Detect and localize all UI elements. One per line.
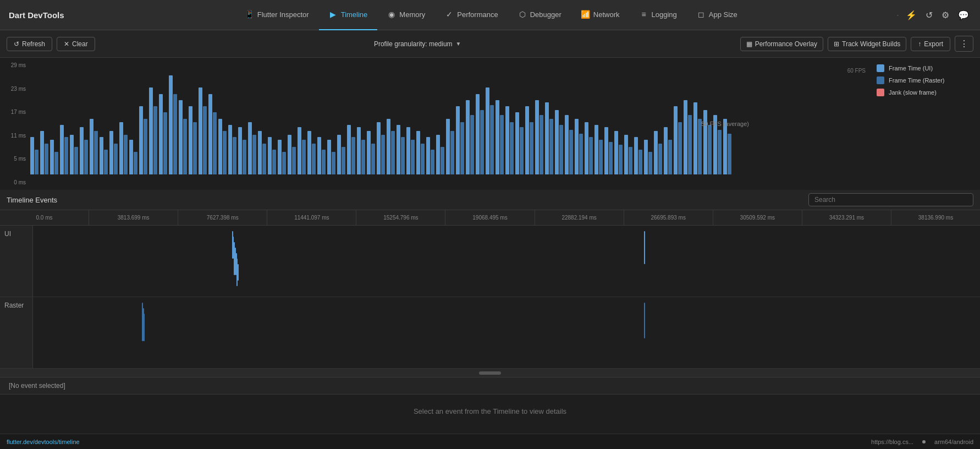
export-button[interactable]: ↑ Export [911, 37, 950, 51]
bar-ui[interactable] [654, 131, 658, 174]
bar-raster[interactable] [668, 140, 672, 174]
bar-ui[interactable] [119, 122, 123, 174]
bar-raster[interactable] [312, 144, 316, 174]
bar-ui[interactable] [129, 140, 133, 174]
bar-ui[interactable] [327, 140, 331, 174]
bar-group[interactable] [119, 122, 128, 174]
bar-ui[interactable] [684, 100, 687, 174]
bar-raster[interactable] [441, 147, 444, 174]
bar-raster[interactable] [262, 144, 266, 174]
bar-ui[interactable] [614, 131, 618, 174]
bar-group[interactable] [476, 94, 484, 174]
bar-raster[interactable] [35, 150, 38, 174]
bar-raster[interactable] [213, 112, 217, 174]
bar-ui[interactable] [139, 106, 143, 174]
bar-group[interactable] [604, 127, 613, 174]
bar-raster[interactable] [124, 135, 128, 174]
bar-raster[interactable] [708, 125, 712, 174]
bar-ui[interactable] [70, 135, 74, 174]
bar-raster[interactable] [411, 140, 415, 174]
bar-group[interactable] [644, 140, 652, 174]
bar-group[interactable] [189, 106, 197, 174]
bar-ui[interactable] [525, 106, 529, 174]
bar-ui[interactable] [307, 131, 311, 174]
bar-ui[interactable] [436, 135, 440, 174]
bar-ui[interactable] [238, 127, 242, 174]
timeline-search-input[interactable] [808, 193, 973, 206]
bar-group[interactable] [159, 94, 167, 174]
bar-group[interactable] [327, 140, 335, 174]
bar-group[interactable] [377, 122, 385, 174]
bar-group[interactable] [40, 131, 48, 174]
bar-group[interactable] [416, 131, 425, 174]
bar-raster[interactable] [728, 134, 731, 174]
feedback-icon[interactable]: 💬 [956, 8, 971, 23]
bar-ui[interactable] [575, 119, 579, 174]
track-ui[interactable]: UI [0, 226, 980, 297]
bar-ui[interactable] [535, 100, 539, 174]
bar-ui[interactable] [90, 119, 93, 174]
bar-ui[interactable] [80, 127, 84, 174]
bar-raster[interactable] [599, 140, 603, 174]
bar-group[interactable] [238, 127, 246, 174]
bar-raster[interactable] [629, 147, 632, 174]
bar-ui[interactable] [505, 106, 509, 174]
bar-raster[interactable] [153, 106, 157, 174]
bar-ui[interactable] [347, 125, 351, 174]
bar-ui[interactable] [634, 137, 638, 174]
bar-group[interactable] [248, 122, 256, 174]
bar-group[interactable] [90, 119, 98, 174]
bar-ui[interactable] [674, 106, 678, 174]
bar-raster[interactable] [638, 150, 642, 174]
bar-ui[interactable] [555, 110, 559, 174]
bar-group[interactable] [614, 131, 623, 174]
bar-ui[interactable] [159, 94, 163, 174]
bar-raster[interactable] [579, 134, 583, 174]
bar-ui[interactable] [426, 137, 430, 174]
bar-group[interactable] [723, 119, 731, 174]
bar-ui[interactable] [416, 131, 420, 174]
bar-raster[interactable] [569, 130, 573, 174]
bar-ui[interactable] [149, 87, 153, 174]
nav-item-timeline[interactable]: ▶Timeline [319, 0, 378, 30]
bar-raster[interactable] [45, 144, 48, 174]
bar-ui[interactable] [367, 131, 371, 174]
bar-ui[interactable] [60, 125, 64, 174]
bar-group[interactable] [545, 102, 553, 174]
bar-raster[interactable] [401, 137, 405, 174]
bar-raster[interactable] [332, 152, 335, 174]
bar-raster[interactable] [282, 152, 286, 174]
bar-group[interactable] [693, 102, 702, 174]
bar-group[interactable] [307, 131, 316, 174]
bar-group[interactable] [337, 135, 345, 174]
bar-raster[interactable] [539, 115, 543, 174]
track-event-raster[interactable] [644, 303, 645, 338]
statusbar-link[interactable]: flutter.dev/devtools/timeline [7, 439, 80, 445]
bar-group[interactable] [228, 125, 236, 174]
bar-group[interactable] [347, 125, 355, 174]
bar-ui[interactable] [337, 135, 341, 174]
bar-raster[interactable] [520, 127, 524, 174]
bar-raster[interactable] [391, 131, 395, 174]
bar-group[interactable] [654, 131, 662, 174]
bar-group[interactable] [634, 137, 642, 174]
bar-group[interactable] [505, 106, 514, 174]
bar-group[interactable] [585, 122, 593, 174]
bar-group[interactable] [486, 87, 494, 174]
bar-ui[interactable] [100, 137, 103, 174]
bar-group[interactable] [555, 110, 563, 174]
bar-raster[interactable] [104, 150, 108, 174]
bar-group[interactable] [169, 75, 177, 174]
bar-ui[interactable] [218, 119, 222, 174]
bar-ui[interactable] [456, 106, 460, 174]
bar-group[interactable] [515, 112, 524, 174]
bar-raster[interactable] [549, 119, 553, 174]
bar-ui[interactable] [208, 94, 212, 174]
bar-group[interactable] [268, 137, 276, 174]
bar-ui[interactable] [703, 110, 707, 174]
bar-raster[interactable] [510, 122, 514, 174]
bar-ui[interactable] [278, 140, 282, 174]
bar-ui[interactable] [50, 140, 54, 174]
track-content-raster[interactable] [33, 297, 980, 368]
bar-raster[interactable] [272, 150, 276, 174]
